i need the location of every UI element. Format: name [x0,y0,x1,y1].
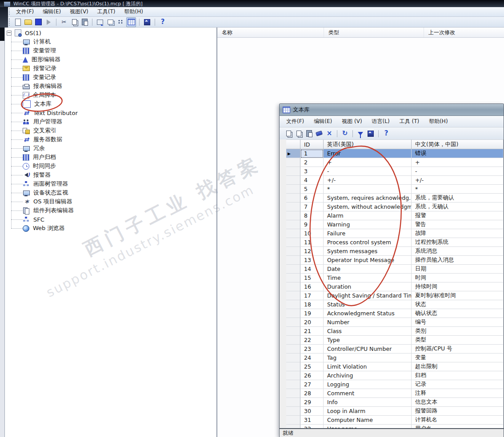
english-cell[interactable]: System messages [324,247,412,256]
row-selector-cell[interactable] [286,229,300,238]
id-cell[interactable]: 29 [300,398,324,407]
chinese-cell[interactable]: 报警回路 [412,407,504,416]
tl-menu-file[interactable]: 文件(F) [281,117,309,126]
paste-icon[interactable] [80,18,89,27]
english-cell[interactable]: Comment [324,389,412,398]
row-selector-cell[interactable] [286,318,300,327]
english-cell[interactable]: Daylight Saving / Standard Time [324,291,412,300]
english-cell[interactable]: Limit Violation [324,362,412,371]
chinese-cell[interactable]: 状态 [412,300,504,309]
chinese-cell[interactable]: 计算机名 [412,416,504,425]
large-icons-view-icon[interactable] [96,18,104,27]
id-cell[interactable]: 22 [300,336,324,345]
id-cell[interactable]: 11 [300,238,324,247]
row-selector-cell[interactable] [286,300,300,309]
id-cell[interactable]: 28 [300,389,324,398]
row-selector-cell[interactable] [286,398,300,407]
tl-delete-icon[interactable]: × [325,129,334,138]
id-cell[interactable]: 25 [300,362,324,371]
id-cell[interactable]: 23 [300,345,324,354]
row-selector-cell[interactable] [286,327,300,336]
english-cell[interactable]: +/- [324,176,412,185]
row-selector-cell[interactable] [286,265,300,274]
open-project-icon[interactable] [24,18,32,27]
id-cell[interactable]: 4 [300,176,324,185]
row-selector-cell[interactable] [286,291,300,300]
table-row[interactable]: 6 System, requires acknowledg... 系统，需要确认 [286,194,504,203]
row-selector-cell[interactable] [286,203,300,211]
row-selector-cell[interactable] [286,345,300,354]
chinese-cell[interactable]: 操作员输入消息 [412,256,504,265]
english-cell[interactable]: - [324,167,412,176]
chinese-cell[interactable]: 日期 [412,265,504,274]
id-cell[interactable]: 8 [300,211,324,220]
chinese-cell[interactable]: 系统消息 [412,247,504,256]
copy-icon[interactable] [70,18,79,27]
english-cell[interactable]: Logging [324,380,412,389]
id-cell[interactable]: 12 [300,247,324,256]
table-row[interactable]: 9 Warning 警告 [286,220,504,229]
row-selector-cell[interactable] [286,167,300,176]
english-cell[interactable]: Number [324,318,412,327]
cut-icon[interactable]: ✂ [60,18,68,27]
tree-item[interactable]: 时间同步 [5,162,216,171]
chinese-cell[interactable]: 夏时制/标准时间 [412,291,504,300]
chinese-cell[interactable]: + [412,158,504,167]
table-row[interactable]: 23 Controller/CPU Number 控制器/CPU 号 [286,345,504,354]
tree-item[interactable]: 文本库 [5,99,216,108]
chinese-cell[interactable]: 过程控制系统 [412,238,504,247]
properties-icon[interactable] [143,18,152,27]
tl-properties-icon[interactable] [366,129,375,138]
chinese-cell[interactable]: 编号 [412,318,504,327]
table-row[interactable]: 21 Class 类别 [286,327,504,336]
english-cell[interactable]: Acknowledgment Status [324,309,412,318]
english-cell[interactable]: Loop in Alarm [324,407,412,416]
column-header-chinese[interactable]: 中文(简体，中国) [412,139,504,149]
tree-item[interactable]: Text Distributor [5,108,216,117]
table-row[interactable]: 13 Operator Input Message 操作员输入消息 [286,256,504,265]
row-selector-cell[interactable] [286,220,300,229]
menu-view[interactable]: 视图(V) [65,7,93,16]
column-header-name[interactable]: 名称 [217,28,324,37]
tree-item[interactable]: 服务器数据 [5,135,216,144]
chinese-cell[interactable]: 类别 [412,327,504,336]
table-row[interactable]: 10 Failure 故障 [286,229,504,238]
chinese-cell[interactable]: 系统，需要确认 [412,194,504,203]
id-cell[interactable]: 3 [300,167,324,176]
tl-copy-row-icon[interactable] [284,129,293,138]
english-cell[interactable]: Failure [324,229,412,238]
english-cell[interactable]: System, without acknowledgm... [324,203,412,211]
column-header-last-modified[interactable]: 上一次修改 [424,28,504,37]
table-row[interactable]: 12 System messages 系统消息 [286,247,504,256]
tl-menu-tools[interactable]: 工具 (T) [395,117,424,126]
table-row[interactable]: 4 +/- +/- [286,176,504,185]
table-row[interactable]: 14 Date 日期 [286,265,504,274]
table-row[interactable]: 7 System, without acknowledgm... 系统，无确认 [286,203,504,211]
english-cell[interactable]: Alarm [324,211,412,220]
row-selector-cell[interactable] [286,407,300,416]
chinese-cell[interactable]: 类型 [412,336,504,345]
tree-item[interactable]: 交叉索引 [5,126,216,135]
row-selector-cell[interactable] [286,389,300,398]
row-selector-cell[interactable] [286,274,300,282]
tl-filter-icon[interactable] [356,129,365,138]
details-view-icon[interactable] [126,17,136,27]
tree-item[interactable]: 用户管理器 [5,117,216,126]
english-cell[interactable]: Date [324,265,412,274]
english-cell[interactable]: Class [324,327,412,336]
tree-item[interactable]: 画面树管理器 [5,179,216,188]
row-selector-cell[interactable] [286,176,300,185]
id-cell[interactable]: 18 [300,300,324,309]
table-row[interactable]: 17 Daylight Saving / Standard Time 夏时制/标… [286,291,504,300]
chinese-cell[interactable]: 归档 [412,371,504,380]
id-cell[interactable]: 27 [300,380,324,389]
english-cell[interactable]: Type [324,336,412,345]
row-selector-cell[interactable] [286,362,300,371]
table-row[interactable]: 15 Time 时间 [286,274,504,282]
tree-item[interactable]: 用户归档 [5,153,216,162]
tree-item[interactable]: 组件列表编辑器 [5,206,216,215]
id-cell[interactable]: 5 [300,185,324,194]
table-row[interactable]: 26 Archiving 归档 [286,371,504,380]
row-selector-cell[interactable] [286,354,300,362]
chinese-cell[interactable]: 系统，无确认 [412,203,504,211]
